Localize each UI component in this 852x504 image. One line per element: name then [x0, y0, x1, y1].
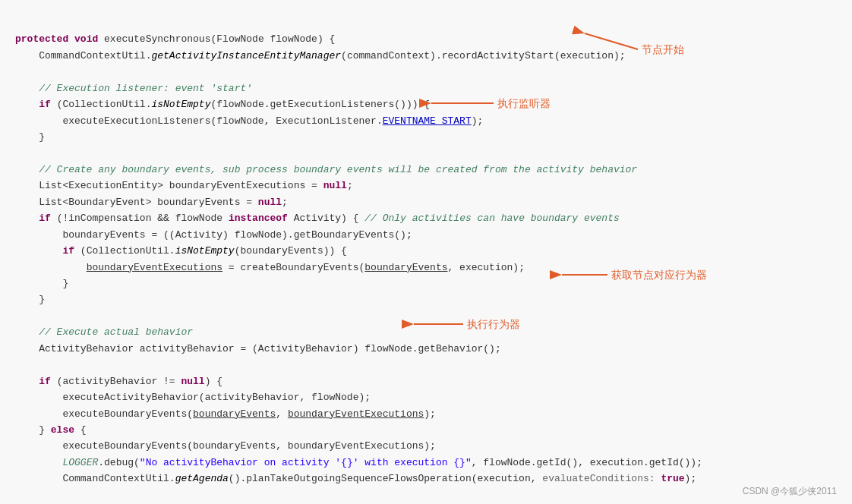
code-container: protected void executeSynchronous(FlowNo…	[0, 0, 852, 486]
footer: CSDN @今狐少侠2011	[743, 485, 837, 498]
code-block: protected void executeSynchronous(FlowNo…	[15, 15, 837, 486]
